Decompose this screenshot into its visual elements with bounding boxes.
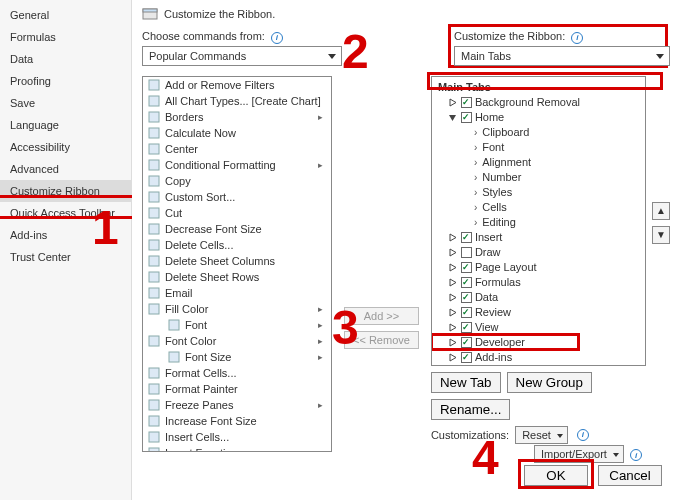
command-item[interactable]: Add or Remove Filters	[143, 77, 331, 93]
command-item[interactable]: Delete Sheet Columns	[143, 253, 331, 269]
sidebar-item-proofing[interactable]: Proofing	[0, 70, 131, 92]
sidebar-item-quick-access-toolbar[interactable]: Quick Access Toolbar	[0, 202, 131, 224]
choose-commands-label: Choose commands from:	[142, 30, 265, 42]
tree-node[interactable]: ›Alignment	[434, 155, 643, 170]
checkbox[interactable]	[461, 262, 472, 273]
command-item[interactable]: Conditional Formatting▸	[143, 157, 331, 173]
command-item[interactable]: Format Cells...	[143, 365, 331, 381]
import-export-button[interactable]: Import/Export	[534, 445, 624, 463]
command-item[interactable]: Borders▸	[143, 109, 331, 125]
reset-button[interactable]: Reset	[515, 426, 568, 444]
command-item[interactable]: Center	[143, 141, 331, 157]
tree-label: Developer	[475, 336, 525, 348]
move-up-button[interactable]: ▲	[652, 202, 670, 220]
sidebar-item-accessibility[interactable]: Accessibility	[0, 136, 131, 158]
command-item[interactable]: Increase Font Size	[143, 413, 331, 429]
sidebar-item-data[interactable]: Data	[0, 48, 131, 70]
tree-node[interactable]: Draw	[434, 245, 643, 260]
command-item[interactable]: Decrease Font Size	[143, 221, 331, 237]
command-item[interactable]: Delete Cells...	[143, 237, 331, 253]
info-icon[interactable]: i	[271, 32, 283, 44]
expand-icon[interactable]	[448, 352, 458, 362]
expand-icon[interactable]	[448, 247, 458, 257]
expand-icon[interactable]	[448, 322, 458, 332]
tree-node[interactable]: Home	[434, 110, 643, 125]
tree-node[interactable]: Formulas	[434, 275, 643, 290]
tree-node[interactable]: Add-ins	[434, 350, 643, 365]
command-item[interactable]: Font Size▸	[143, 349, 331, 365]
tree-node[interactable]: ›Clipboard	[434, 125, 643, 140]
expand-icon[interactable]	[448, 112, 458, 122]
expand-icon[interactable]	[448, 262, 458, 272]
checkbox[interactable]	[461, 322, 472, 333]
add-button[interactable]: Add >>	[344, 307, 419, 325]
choose-commands-select[interactable]: Popular Commands	[142, 46, 342, 66]
command-item[interactable]: Fill Color▸	[143, 301, 331, 317]
checkbox[interactable]	[461, 337, 472, 348]
new-group-button[interactable]: New Group	[507, 372, 592, 393]
expand-icon[interactable]	[448, 292, 458, 302]
tree-node[interactable]: Background Removal	[434, 95, 643, 110]
tree-node[interactable]: Review	[434, 305, 643, 320]
expand-icon[interactable]	[448, 232, 458, 242]
checkbox[interactable]	[461, 97, 472, 108]
sidebar-item-customize-ribbon[interactable]: Customize Ribbon	[0, 180, 131, 202]
sidebar-item-language[interactable]: Language	[0, 114, 131, 136]
command-item[interactable]: Cut	[143, 205, 331, 221]
expand-icon[interactable]	[448, 307, 458, 317]
command-item[interactable]: Custom Sort...	[143, 189, 331, 205]
command-item[interactable]: Email	[143, 285, 331, 301]
command-item[interactable]: Freeze Panes▸	[143, 397, 331, 413]
remove-button[interactable]: << Remove	[344, 331, 419, 349]
command-item[interactable]: Copy	[143, 173, 331, 189]
sidebar-item-formulas[interactable]: Formulas	[0, 26, 131, 48]
cancel-button[interactable]: Cancel	[598, 465, 662, 486]
command-item[interactable]: Insert Cells...	[143, 429, 331, 445]
checkbox[interactable]	[461, 307, 472, 318]
cond-format-icon	[147, 158, 161, 172]
command-item[interactable]: Insert Function...	[143, 445, 331, 452]
tree-node[interactable]: Help	[434, 365, 643, 366]
info-icon[interactable]: i	[577, 429, 589, 441]
command-item[interactable]: Font▸	[143, 317, 331, 333]
rename-button[interactable]: Rename...	[431, 399, 511, 420]
move-down-button[interactable]: ▼	[652, 226, 670, 244]
expand-icon[interactable]	[448, 337, 458, 347]
tree-node[interactable]: Data	[434, 290, 643, 305]
checkbox[interactable]	[461, 112, 472, 123]
expand-icon[interactable]	[448, 277, 458, 287]
tree-node[interactable]: ›Number	[434, 170, 643, 185]
checkbox[interactable]	[461, 292, 472, 303]
command-item[interactable]: Format Painter	[143, 381, 331, 397]
expand-icon[interactable]	[448, 97, 458, 107]
command-item[interactable]: All Chart Types... [Create Chart]	[143, 93, 331, 109]
tree-node[interactable]: View	[434, 320, 643, 335]
info-icon[interactable]: i	[571, 32, 583, 44]
ribbon-tree[interactable]: Main TabsBackground RemovalHome›Clipboar…	[431, 76, 646, 366]
tree-node[interactable]: ›Font	[434, 140, 643, 155]
tree-node[interactable]: ›Editing	[434, 215, 643, 230]
tree-node[interactable]: ›Cells	[434, 200, 643, 215]
sidebar-item-trust-center[interactable]: Trust Center	[0, 246, 131, 268]
checkbox[interactable]	[461, 232, 472, 243]
new-tab-button[interactable]: New Tab	[431, 372, 501, 393]
command-item[interactable]: Font Color▸	[143, 333, 331, 349]
tree-node[interactable]: ›Styles	[434, 185, 643, 200]
customize-ribbon-select[interactable]: Main Tabs	[454, 46, 670, 66]
sidebar-item-general[interactable]: General	[0, 4, 131, 26]
ok-button[interactable]: OK	[524, 465, 588, 486]
commands-list[interactable]: Add or Remove FiltersAll Chart Types... …	[142, 76, 332, 452]
checkbox[interactable]	[461, 352, 472, 363]
command-item[interactable]: Calculate Now	[143, 125, 331, 141]
tree-node[interactable]: Insert	[434, 230, 643, 245]
sidebar-item-advanced[interactable]: Advanced	[0, 158, 131, 180]
checkbox[interactable]	[461, 277, 472, 288]
checkbox[interactable]	[461, 247, 472, 258]
command-item[interactable]: Delete Sheet Rows	[143, 269, 331, 285]
info-icon[interactable]: i	[630, 449, 642, 461]
tree-node[interactable]: Developer	[434, 335, 643, 350]
sidebar-item-save[interactable]: Save	[0, 92, 131, 114]
svg-rect-2	[149, 80, 159, 90]
tree-node[interactable]: Page Layout	[434, 260, 643, 275]
sidebar-item-add-ins[interactable]: Add-ins	[0, 224, 131, 246]
